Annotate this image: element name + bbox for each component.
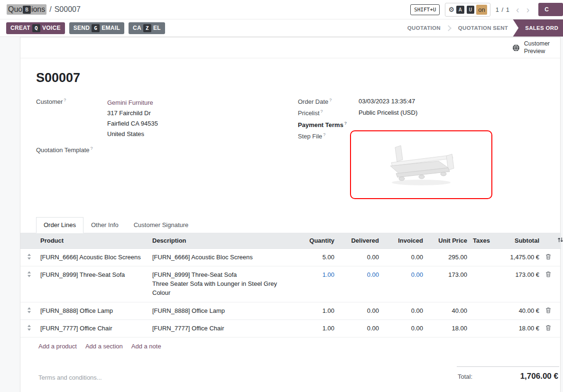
invoiced-column-header[interactable]: Invoiced	[382, 233, 426, 249]
cell-taxes[interactable]	[470, 248, 492, 266]
customer-link[interactable]: Gemini Furniture	[107, 98, 158, 108]
cancel-button[interactable]: CAZEL	[129, 22, 165, 34]
cell-invoiced[interactable]: 0.00	[382, 248, 426, 266]
drag-handle-icon[interactable]	[20, 302, 37, 319]
terms-and-conditions-input[interactable]: Terms and conditions...	[38, 374, 102, 381]
add-product-link[interactable]: Add a product	[38, 343, 77, 350]
shortcut-hint-q: Q	[32, 24, 40, 32]
cell-description[interactable]: [FURN_6666] Acoustic Bloc Screens	[149, 248, 292, 266]
cell-quantity[interactable]: 1.00	[292, 302, 337, 319]
description-column-header[interactable]: Description	[149, 233, 292, 249]
record-action-buttons: CREATQVOICE SENDGEMAIL CAZEL	[6, 22, 165, 34]
cell-product[interactable]: [FURN_6666] Acoustic Bloc Screens	[37, 248, 149, 266]
taxes-column-header[interactable]: Taxes	[470, 233, 492, 249]
cell-taxes[interactable]	[470, 302, 492, 319]
cell-taxes[interactable]	[470, 266, 492, 302]
cell-delivered[interactable]: 0.00	[337, 248, 382, 266]
breadcrumb-parent-text-suffix: ions	[31, 5, 45, 14]
status-stage-quotation[interactable]: QUOTATION	[407, 25, 441, 31]
optional-columns-header[interactable]	[554, 233, 561, 249]
delete-row-icon[interactable]	[542, 319, 554, 337]
customer-value-block: Gemini Furniture 317 Fairchild Dr Fairfi…	[107, 98, 158, 139]
status-pipeline: QUOTATION QUOTATION SENT SALES ORD	[407, 19, 563, 36]
pager-next-icon[interactable]: ›	[526, 5, 531, 14]
product-column-header[interactable]: Product	[37, 233, 149, 249]
shortcut-hint-a: A	[456, 6, 464, 14]
cell-unit-price[interactable]: 40.00	[426, 302, 470, 319]
status-stage-sales-order[interactable]: SALES ORD	[513, 19, 563, 37]
cell-unit-price[interactable]: 295.00	[426, 248, 470, 266]
order-lines-table: Product Description Quantity Delivered I…	[20, 233, 561, 337]
cell-description[interactable]: [FURN_8999] Three-Seat SofaThree Seater …	[149, 266, 292, 302]
delete-row-icon[interactable]	[542, 248, 554, 266]
tab-order-lines[interactable]: Order Lines	[36, 217, 83, 233]
cell-subtotal: 40.00 €	[492, 302, 542, 319]
clipped-edge-button[interactable]: C	[538, 3, 563, 16]
table-row[interactable]: [FURN_8888] Office Lamp [FURN_8888] Offi…	[20, 302, 561, 319]
send-email-button[interactable]: SENDGEMAIL	[69, 22, 124, 34]
drag-handle-icon[interactable]	[20, 319, 37, 337]
create-invoice-button[interactable]: CREATQVOICE	[6, 22, 65, 34]
cell-product[interactable]: [FURN_7777] Office Chair	[37, 319, 149, 337]
customer-address-line2: Fairfield CA 94535	[107, 119, 158, 129]
tab-other-info[interactable]: Other Info	[83, 217, 126, 233]
cell-subtotal: 173.00 €	[492, 266, 542, 302]
cell-quantity[interactable]: 1.00	[292, 266, 337, 302]
add-note-link[interactable]: Add a note	[131, 343, 161, 350]
action-menu-button[interactable]: ⚙ A U on	[445, 3, 490, 17]
unit-price-column-header[interactable]: Unit Price	[426, 233, 470, 249]
field-pricelist: Pricelist? Public Pricelist (USD)	[298, 109, 560, 117]
cell-invoiced[interactable]: 0.00	[382, 302, 426, 319]
cell-product[interactable]: [FURN_8888] Office Lamp	[37, 302, 149, 319]
cell-description[interactable]: [FURN_8888] Office Lamp	[149, 302, 292, 319]
help-icon: ?	[321, 109, 323, 114]
quotation-template-label: Quotation Template?	[36, 146, 107, 154]
cell-taxes[interactable]	[470, 319, 492, 337]
cell-delivered[interactable]: 0.00	[337, 302, 382, 319]
table-row[interactable]: [FURN_7777] Office Chair [FURN_7777] Off…	[20, 319, 561, 337]
pricelist-label: Pricelist?	[298, 109, 359, 117]
add-section-link[interactable]: Add a section	[85, 343, 123, 350]
customer-address-line1: 317 Fairchild Dr	[107, 108, 158, 119]
customer-preview-button[interactable]: CustomerPreview	[512, 40, 550, 55]
field-order-date: Order Date? 03/03/2023 13:35:47	[298, 98, 560, 105]
cell-invoiced[interactable]: 0.00	[382, 319, 426, 337]
drag-handle-icon[interactable]	[20, 266, 37, 302]
table-row[interactable]: [FURN_6666] Acoustic Bloc Screens [FURN_…	[20, 248, 561, 266]
sheet-top-toolbar: CustomerPreview	[20, 37, 560, 58]
customer-label: Customer?	[36, 98, 107, 139]
cell-quantity[interactable]: 5.00	[292, 248, 337, 266]
cell-description[interactable]: [FURN_7777] Office Chair	[149, 319, 292, 337]
cell-delivered[interactable]: 0.00	[337, 319, 382, 337]
quantity-column-header[interactable]: Quantity	[292, 233, 337, 249]
step-file-image-widget[interactable]	[350, 130, 492, 199]
delete-row-icon[interactable]	[542, 266, 554, 302]
breadcrumb-quotations-link[interactable]: QuoBions	[7, 4, 46, 15]
order-date-value[interactable]: 03/03/2023 13:35:47	[359, 98, 415, 105]
delete-row-icon[interactable]	[542, 302, 554, 319]
cell-unit-price[interactable]: 173.00	[426, 266, 470, 302]
cell-description-extra: Three Seater Sofa with Lounger in Steel …	[152, 279, 289, 297]
pager-previous-icon[interactable]: ‹	[515, 5, 520, 14]
total-label: Total:	[458, 373, 472, 380]
help-icon: ?	[329, 98, 332, 102]
drag-handle-icon[interactable]	[20, 248, 37, 266]
cell-unit-price[interactable]: 18.00	[426, 319, 470, 337]
help-icon: ?	[91, 146, 93, 151]
status-stage-quotation-sent[interactable]: QUOTATION SENT	[458, 25, 508, 31]
handle-column-header	[20, 233, 37, 249]
trash-column-header	[542, 233, 554, 249]
notebook-tabs: Order Lines Other Info Customer Signatur…	[36, 217, 560, 233]
cell-delivered[interactable]: 0.00	[337, 266, 382, 302]
delivered-column-header[interactable]: Delivered	[337, 233, 382, 249]
cell-product[interactable]: [FURN_8999] Three-Seat Sofa	[37, 266, 149, 302]
table-footer-links: Add a product Add a section Add a note	[20, 337, 560, 356]
action-menu-label-fragment: on	[476, 5, 487, 15]
cell-invoiced[interactable]: 0.00	[382, 266, 426, 302]
pricelist-value[interactable]: Public Pricelist (USD)	[359, 109, 417, 117]
subtotal-column-header[interactable]: Subtotal	[492, 233, 542, 249]
table-row[interactable]: [FURN_8999] Three-Seat Sofa [FURN_8999] …	[20, 266, 561, 302]
help-icon: ?	[344, 121, 347, 126]
cell-quantity[interactable]: 1.00	[292, 319, 337, 337]
tab-customer-signature[interactable]: Customer Signature	[126, 217, 196, 233]
